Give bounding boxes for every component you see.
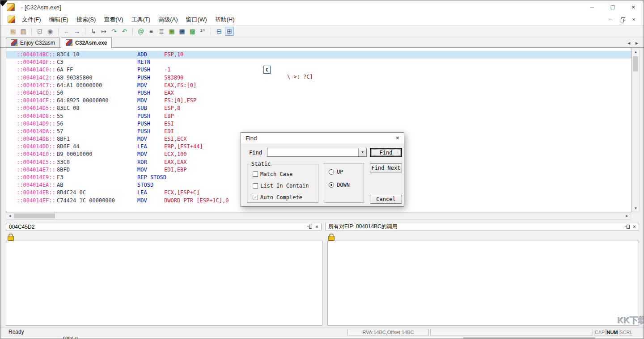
window-controls: – □ × xyxy=(582,0,644,14)
scroll-right-icon[interactable]: ► xyxy=(623,213,631,219)
find-button[interactable]: Find xyxy=(370,148,402,157)
static-checkboxes: Match CaseList In Contain✓Auto Complete xyxy=(252,171,318,200)
pin-icon[interactable] xyxy=(307,224,312,229)
dock-left-close-icon[interactable]: × xyxy=(315,224,318,230)
scroll-down-icon[interactable]: ▼ xyxy=(632,205,639,212)
menu-search[interactable]: 搜索(S) xyxy=(72,16,100,24)
split-horizontal-icon[interactable]: ⊟ xyxy=(215,27,224,36)
list-icon[interactable]: ≡ xyxy=(147,27,156,36)
grid-icon[interactable]: ▩ xyxy=(188,27,197,36)
operands: ESP,10 xyxy=(164,51,183,58)
mdi-restore-button[interactable] xyxy=(619,16,626,23)
binary-icon[interactable]: ¹⁰ xyxy=(198,27,207,36)
dock-right-close-icon[interactable]: × xyxy=(633,224,636,230)
split-vertical-icon[interactable]: ⊞ xyxy=(225,27,234,36)
address: ::004014C0:: xyxy=(17,66,57,74)
tab-enjoy-c32asm[interactable]: Enjoy C32asm xyxy=(6,38,60,47)
toolbar-separator xyxy=(58,28,59,35)
combo-dropdown-button[interactable]: ▼ xyxy=(358,148,366,156)
menu-help[interactable]: 帮助(H) xyxy=(211,16,239,24)
vertical-scrollbar-thumb[interactable] xyxy=(633,56,638,71)
checkbox-match-case[interactable]: Match Case xyxy=(253,171,318,177)
find-combobox[interactable]: ▼ xyxy=(267,148,367,157)
address: ::004014E9:: xyxy=(17,174,57,181)
status-caps-indicator: CAP xyxy=(594,329,606,335)
goto-end-icon[interactable]: ↦ xyxy=(99,27,108,36)
disasm-row[interactable]: ::004014C0::6A FFPUSH-1 xyxy=(6,66,631,74)
disasm-row[interactable]: ::004014C7::64:A1 00000000MOVEAX,FS:[0] xyxy=(6,82,631,89)
toolbar-icons: ▤▥⊡◉←→↳↦↷↶@≡≣▦▦▩¹⁰⊟⊞ xyxy=(0,27,234,36)
radio-up[interactable]: UP xyxy=(329,169,364,175)
pin-icon[interactable] xyxy=(625,224,630,229)
address-icon[interactable]: @ xyxy=(136,27,145,36)
background-window-text: body_n xyxy=(63,337,78,339)
hex-view-icon[interactable]: ▦ xyxy=(167,27,176,36)
mdi-minimize-button[interactable]: – xyxy=(607,16,614,23)
jump-forward-icon[interactable]: ↷ xyxy=(110,27,119,36)
numbered-list-icon[interactable]: ≣ xyxy=(157,27,166,36)
minimize-button[interactable]: – xyxy=(582,0,602,14)
cancel-button[interactable]: Cancel xyxy=(370,195,402,204)
save-icon[interactable]: ▥ xyxy=(19,27,28,36)
vertical-scrollbar[interactable]: ▲ ▼ xyxy=(632,48,640,212)
horizontal-scrollbar[interactable]: ◄ ► xyxy=(6,212,631,220)
maximize-button[interactable]: □ xyxy=(602,0,623,14)
open-icon[interactable]: ▤ xyxy=(8,27,17,36)
horizontal-scrollbar-thumb[interactable] xyxy=(14,213,55,218)
menu-items: 文件(F)编辑(E)搜索(S)查看(V)工具(T)高级(A)窗口(W)帮助(H) xyxy=(18,16,239,24)
disasm-row[interactable]: ::004014CE::64:8925 00000000MOVFS:[0],ES… xyxy=(6,97,631,105)
operands: EBP xyxy=(164,113,174,119)
references-panel-right[interactable] xyxy=(327,241,639,326)
find-dialog-titlebar[interactable]: Find × xyxy=(241,133,404,143)
menu-view[interactable]: 查看(V) xyxy=(100,16,127,24)
checkbox-list-in-contain[interactable]: List In Contain xyxy=(253,183,318,188)
app-window: - [C32Asm.exe] – □ × 文件(F)编辑(E)搜索(S)查看(V… xyxy=(0,0,644,339)
find-input[interactable] xyxy=(267,148,358,156)
disasm-row[interactable]: ::004014CD::50PUSHEAX xyxy=(6,89,631,97)
find-dialog-close-icon[interactable]: × xyxy=(396,134,399,142)
menu-edit[interactable]: 编辑(E) xyxy=(45,16,72,24)
disasm-row[interactable]: ::004014C2::68 90385800PUSH583890 xyxy=(6,74,631,82)
disasm-row[interactable]: ::004014BF::C3RETN xyxy=(6,59,631,66)
status-bar: Ready RVA:14BC,Offset:14BC CAP NUM SCRL xyxy=(0,327,644,337)
opcode-bytes: F3 xyxy=(57,174,137,181)
references-panel-left[interactable] xyxy=(6,241,322,326)
watermark: KK下载 xyxy=(618,315,644,326)
menu-advanced[interactable]: 高级(A) xyxy=(154,16,182,24)
operands: ECX,100 xyxy=(164,151,187,157)
find-next-button[interactable]: Find Next xyxy=(370,163,402,172)
menu-file[interactable]: 文件(F) xyxy=(18,16,45,24)
operands: ESI xyxy=(164,121,174,127)
status-num-indicator: NUM xyxy=(606,329,618,335)
disasm-row[interactable]: ::004014BC::83C4 10ADDESP,10 xyxy=(6,51,631,59)
menu-tools[interactable]: 工具(T) xyxy=(127,16,155,24)
tab-bar: Enjoy C32asmC32Asm.exe ◄ ► xyxy=(0,37,644,48)
menu-window[interactable]: 窗口(W) xyxy=(182,16,211,24)
disasm-row[interactable]: ::004014D9::56PUSHESI xyxy=(6,120,631,128)
mdi-close-button[interactable]: × xyxy=(630,16,637,23)
back-icon[interactable]: ← xyxy=(62,27,71,36)
jump-back-icon[interactable]: ↶ xyxy=(120,27,129,36)
forward-icon[interactable]: → xyxy=(72,27,81,36)
radio-down[interactable]: DOWN xyxy=(329,182,364,188)
close-button[interactable]: × xyxy=(623,0,644,14)
mnemonic: MOV xyxy=(137,97,164,105)
toolbar: ▤▥⊡◉←→↳↦↷↶@≡≣▦▦▩¹⁰⊟⊞ xyxy=(0,25,644,37)
disasm-row[interactable]: ::004014D8::55PUSHEBP xyxy=(6,113,631,120)
mnemonic: SUB xyxy=(137,105,164,112)
search-file-icon[interactable]: ◉ xyxy=(46,27,55,36)
address: ::004014BF:: xyxy=(17,59,57,66)
disasm-row[interactable]: ::004014D5::83EC 08SUBESP,8 xyxy=(6,105,631,112)
copy-icon[interactable]: ⊡ xyxy=(35,27,44,36)
goto-icon[interactable]: ↳ xyxy=(89,27,98,36)
checkbox-label: Auto Complete xyxy=(260,194,302,201)
checkbox-auto-complete[interactable]: ✓Auto Complete xyxy=(253,194,318,200)
hex-edit-icon[interactable]: ▦ xyxy=(178,27,186,36)
address: ::004014DA:: xyxy=(17,128,57,135)
scroll-left-icon[interactable]: ◄ xyxy=(6,213,13,219)
tab-c32asm-exe[interactable]: C32Asm.exe xyxy=(61,37,112,48)
tab-scroll-right-icon[interactable]: ► xyxy=(635,41,639,46)
address: ::004014E7:: xyxy=(17,166,57,174)
tab-scroll-left-icon[interactable]: ◄ xyxy=(627,41,631,46)
scroll-up-icon[interactable]: ▲ xyxy=(632,48,639,55)
